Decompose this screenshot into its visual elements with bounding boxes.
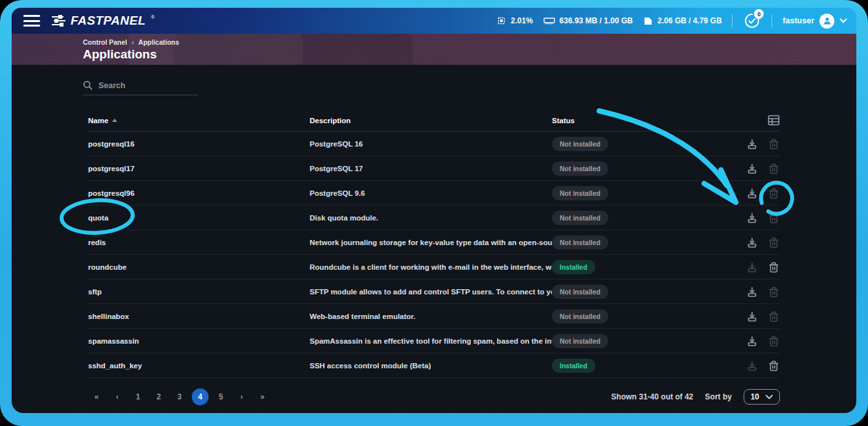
sort-asc-icon — [112, 119, 117, 122]
install-icon — [746, 187, 758, 199]
install-icon — [746, 212, 758, 224]
user-menu[interactable]: fastuser — [782, 14, 847, 29]
app-description: Roundcube is a client for working with e… — [310, 263, 552, 271]
delete-button[interactable] — [767, 261, 780, 274]
avatar — [819, 14, 834, 29]
breadcrumb-current: Applications — [139, 38, 179, 46]
column-header-description: Description — [310, 117, 552, 124]
app-name: redis — [88, 239, 310, 246]
install-button[interactable] — [746, 162, 759, 175]
install-button[interactable] — [746, 335, 759, 348]
table-row: spamassassinSpamAssassin is an effective… — [88, 329, 780, 353]
install-button[interactable] — [746, 236, 759, 249]
app-name: quota — [88, 214, 310, 222]
trash-icon — [768, 163, 779, 174]
brand-name: FASTPANEL — [71, 14, 146, 28]
page-last-button[interactable]: » — [254, 388, 271, 405]
page-number-button[interactable]: 3 — [171, 388, 188, 405]
install-button[interactable] — [746, 187, 759, 200]
page-next-button[interactable]: › — [233, 388, 250, 405]
page-size-select[interactable]: 10 — [744, 389, 780, 405]
trash-icon — [768, 360, 779, 372]
breadcrumb: Control Panel › Applications — [83, 38, 856, 46]
delete-button[interactable] — [767, 137, 780, 150]
install-icon — [746, 237, 758, 248]
delete-button[interactable] — [767, 285, 780, 298]
app-name: sftp — [88, 288, 310, 296]
chevron-down-icon — [839, 18, 847, 23]
trash-icon — [768, 212, 779, 224]
page-number-button[interactable]: 1 — [130, 388, 146, 405]
app-name: postgresql17 — [88, 165, 310, 172]
status-badge: Installed — [552, 260, 595, 274]
delete-button[interactable] — [767, 162, 780, 175]
search-input[interactable] — [98, 81, 183, 90]
status-badge: Not installed — [552, 334, 608, 348]
status-badge: Installed — [552, 359, 595, 373]
delete-button[interactable] — [767, 187, 780, 200]
install-button[interactable] — [746, 285, 759, 298]
app-name: postgresql96 — [88, 189, 310, 197]
page-number-button[interactable]: 4 — [192, 388, 209, 405]
main-panel: Control Panel › Applications Application… — [12, 34, 856, 413]
install-button[interactable] — [746, 137, 759, 150]
table-row: quotaDisk quota module.Not installed — [88, 206, 780, 230]
disk-value: 2.06 GB / 4.79 GB — [657, 16, 722, 25]
page-header-band: Control Panel › Applications Application… — [12, 34, 856, 65]
trash-icon — [768, 237, 779, 248]
install-button[interactable] — [746, 310, 759, 323]
column-settings-button[interactable] — [767, 114, 780, 127]
status-badge: Not installed — [552, 309, 608, 324]
fastpanel-slider-icon — [51, 14, 66, 27]
page-title: Applications — [83, 47, 856, 62]
install-button[interactable] — [746, 261, 759, 274]
install-icon — [746, 335, 758, 347]
ram-stat: 636.93 MB / 1.00 GB — [543, 16, 633, 25]
disk-stat: 2.06 GB / 4.79 GB — [643, 16, 722, 26]
delete-button[interactable] — [767, 335, 780, 348]
app-description: PostgreSQL 16 — [310, 140, 552, 148]
delete-button[interactable] — [767, 211, 780, 224]
page-number-button[interactable]: 5 — [212, 388, 229, 405]
registered-mark: ® — [151, 14, 155, 20]
delete-button[interactable] — [767, 310, 780, 323]
menu-icon[interactable] — [23, 15, 40, 27]
notifications-button[interactable]: 0 — [743, 12, 761, 30]
trash-icon — [768, 187, 779, 199]
sort-by-label: Sort by — [705, 392, 731, 401]
table-row: redisNetwork journaling storage for key-… — [88, 230, 780, 255]
status-badge: Not installed — [552, 235, 608, 250]
page-number-button[interactable]: 2 — [150, 388, 167, 405]
app-name: roundcube — [88, 263, 310, 271]
table-row: roundcubeRoundcube is a client for worki… — [88, 255, 780, 279]
delete-button[interactable] — [767, 236, 780, 249]
table-row: sftpSFTP module allows to add and contro… — [88, 279, 780, 304]
table-body: postgresql16PostgreSQL 16Not installedpo… — [88, 132, 780, 378]
trash-icon — [768, 335, 779, 347]
page-first-button[interactable]: « — [88, 388, 105, 405]
app-description: Web-based terminal emulator. — [310, 313, 552, 320]
person-icon — [823, 16, 832, 25]
page-prev-button[interactable]: ‹ — [109, 388, 126, 405]
install-button[interactable] — [746, 359, 759, 372]
topbar: FASTPANEL® 2.01% 636.93 MB / 1.00 GB — [12, 8, 856, 34]
app-description: SpamAssassin is an effective tool for fi… — [310, 337, 552, 345]
table-header-row: Name Description Status — [88, 110, 780, 132]
install-icon — [746, 163, 758, 174]
column-header-name[interactable]: Name — [88, 117, 310, 124]
divider — [732, 14, 733, 27]
table-row: postgresql17PostgreSQL 17Not installed — [88, 156, 780, 181]
shown-count-label: Shown 31-40 out of 42 — [611, 392, 694, 401]
install-button[interactable] — [746, 211, 759, 224]
breadcrumb-root[interactable]: Control Panel — [83, 38, 127, 46]
notification-count-badge: 0 — [754, 9, 764, 19]
brand-logo[interactable]: FASTPANEL® — [51, 14, 155, 28]
table-row: postgresql16PostgreSQL 16Not installed — [88, 132, 780, 156]
ram-value: 636.93 MB / 1.00 GB — [560, 16, 633, 25]
delete-button[interactable] — [767, 359, 780, 372]
app-description: Network journaling storage for key-value… — [310, 239, 552, 246]
app-description: SFTP module allows to add and control SF… — [310, 288, 552, 296]
trash-icon — [768, 311, 779, 322]
ram-icon — [543, 16, 555, 25]
app-description: PostgreSQL 17 — [310, 165, 552, 172]
